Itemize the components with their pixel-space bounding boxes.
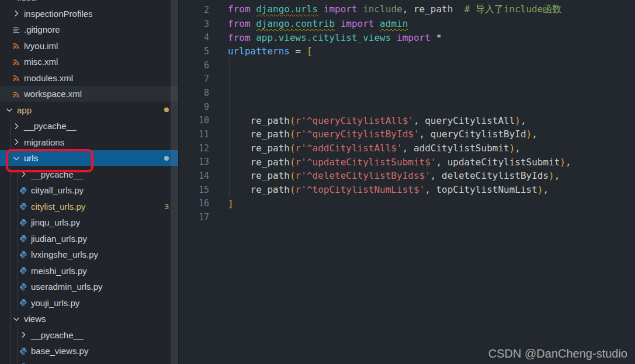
tree-item-idea[interactable]: .idea — [0, 0, 178, 5]
tree-item-useradmin-urls-py[interactable]: useradmin_urls.py — [0, 279, 178, 295]
line-number: 14 — [179, 171, 209, 181]
tree-item-misc-xml[interactable]: misc.xml — [0, 54, 178, 70]
code-token: ( — [290, 143, 296, 154]
tree-item-label: lvxingshe_urls.py — [31, 249, 98, 259]
tree-item-inspectionprofiles[interactable]: inspectionProfiles — [0, 5, 178, 22]
code-line[interactable]: 4from app.views.citylist_views import * — [179, 30, 635, 44]
code-area: 12from django.urls import include, re_pa… — [179, 0, 635, 224]
code-line[interactable]: 14 re_path(r'^deleteCitylistByIds$', del… — [179, 169, 635, 183]
code-token: # 导入了include函数 — [464, 4, 562, 15]
tree-item-cityall-urls-py[interactable]: cityall_urls.py — [0, 182, 178, 199]
code-token: , topCitylistNumList — [425, 184, 537, 195]
code-line[interactable]: 6 — [179, 58, 635, 72]
tree-item-modules-xml[interactable]: modules.xml — [0, 70, 178, 86]
problems-badge: 3 — [165, 202, 169, 211]
code-token — [318, 4, 324, 15]
code-token: , — [565, 157, 571, 168]
chevron-right-icon — [12, 137, 21, 147]
tree-item-label: workspace.xml — [24, 89, 82, 99]
code-token: re_path — [228, 129, 290, 140]
code-token: django.urls — [256, 4, 318, 15]
code-text: re_path(r'^topCitylistNumList$', topCity… — [228, 184, 549, 195]
xml-icon — [12, 89, 21, 99]
python-icon — [19, 202, 28, 211]
xml-icon — [12, 41, 21, 50]
sidebar-scrollbar[interactable] — [171, 0, 178, 364]
tree-item-lvyou-iml[interactable]: lvyou.iml — [0, 37, 178, 54]
code-token: from — [228, 32, 256, 43]
code-token: ) — [509, 143, 515, 154]
code-line[interactable]: 11 re_path(r'^queryCitylistById$', query… — [179, 127, 635, 141]
code-line[interactable]: 10 re_path(r'^queryCitylistAll$', queryC… — [179, 113, 635, 127]
code-line[interactable]: 13 re_path(r'^updateCitylistSubmit$', up… — [179, 155, 635, 169]
line-number: 8 — [179, 88, 209, 98]
code-line[interactable]: 9 — [179, 100, 635, 114]
python-icon — [19, 266, 28, 275]
code-line[interactable]: 3from django.contrib import admin — [179, 17, 635, 31]
tree-item-label: lvyou.iml — [24, 41, 58, 51]
code-token — [391, 32, 397, 43]
tree-item-label: jiudian_urls.py — [31, 234, 87, 244]
code-token — [335, 18, 341, 29]
xml-icon — [12, 73, 21, 82]
code-token: ] — [228, 198, 234, 209]
code-line[interactable]: 12 re_path(r'^addCitylistAll$', addCityl… — [179, 141, 635, 155]
xml-icon — [12, 57, 21, 67]
code-line[interactable]: 5urlpatterns = [ — [179, 44, 635, 58]
tree-item-urls[interactable]: urls — [0, 150, 178, 167]
tree-item-pycache[interactable]: __pycache__ — [0, 118, 178, 134]
tree-item-base-views-py[interactable]: base_views.py — [0, 343, 178, 359]
tree-item-migrations[interactable]: migrations — [0, 134, 178, 150]
code-line[interactable]: 8 — [179, 86, 635, 100]
python-icon — [19, 218, 28, 227]
code-text: urlpatterns = [ — [228, 46, 313, 57]
line-number: 7 — [179, 74, 209, 84]
tree-indent-guide — [17, 167, 18, 311]
tree-item-workspace-xml[interactable]: workspace.xml — [0, 86, 178, 102]
code-line[interactable]: 2from django.urls import include, re_pat… — [179, 3, 635, 17]
tree-item-label: views — [24, 314, 46, 324]
code-token: , addCitylistSubmit — [402, 143, 509, 154]
chevron-right-icon — [19, 330, 28, 339]
tree-item-label: app — [17, 105, 32, 115]
tree-item-lvxingshe-urls-py[interactable]: lvxingshe_urls.py — [0, 247, 178, 263]
code-text: from django.urls import include, re_path… — [228, 4, 561, 16]
tree-item-meishi-urls-py[interactable]: meishi_urls.py — [0, 262, 178, 279]
line-number: 12 — [179, 143, 209, 154]
code-line[interactable]: 7 — [179, 72, 635, 86]
code-token: = — [290, 46, 307, 57]
code-line[interactable]: 15 re_path(r'^topCitylistNumList$', topC… — [179, 183, 635, 197]
tree-item-citylist-urls-py[interactable]: citylist_urls.py3 — [0, 198, 178, 214]
python-icon — [19, 346, 28, 356]
tree-item-label: citylist_views.py — [31, 362, 93, 364]
tree-item-gitignore[interactable]: .gitignore — [0, 22, 178, 38]
code-line[interactable]: 16] — [179, 196, 635, 210]
tree-item-label: migrations — [24, 137, 64, 147]
code-token: ) — [549, 170, 554, 181]
code-line[interactable]: 17 — [179, 210, 635, 224]
tree-item-pycache[interactable]: __pycache__ — [0, 327, 178, 343]
line-number: 17 — [179, 212, 209, 223]
tree-item-jiudian-urls-py[interactable]: jiudian_urls.py — [0, 230, 178, 247]
python-icon — [19, 234, 28, 243]
code-token: r'^queryCitylistById$' — [296, 129, 419, 140]
line-number: 15 — [179, 185, 209, 195]
tree-item-label: misc.xml — [24, 57, 58, 67]
line-number: 2 — [179, 5, 209, 15]
tree-item-label: citylist_urls.py — [31, 202, 85, 212]
tree-item-pycache[interactable]: __pycache__ — [0, 166, 178, 182]
tree-item-jinqu-urls-py[interactable]: jinqu_urls.py — [0, 214, 178, 231]
code-token: re_path — [228, 184, 290, 195]
chevron-right-icon — [12, 9, 21, 18]
tree-item-citylist-views-py[interactable]: citylist_views.py — [0, 359, 178, 364]
line-number: 10 — [179, 115, 209, 126]
tree-item-label: __pycache__ — [31, 169, 83, 179]
code-token: r'^queryCitylistAll$' — [296, 115, 414, 126]
code-editor[interactable]: 12from django.urls import include, re_pa… — [178, 0, 635, 364]
line-number: 11 — [179, 129, 209, 140]
python-icon — [19, 186, 28, 195]
tree-item-youji-urls-py[interactable]: youji_urls.py — [0, 294, 178, 311]
tree-item-views[interactable]: views — [0, 311, 178, 327]
code-token: import — [341, 18, 374, 29]
tree-item-app[interactable]: app — [0, 102, 178, 118]
